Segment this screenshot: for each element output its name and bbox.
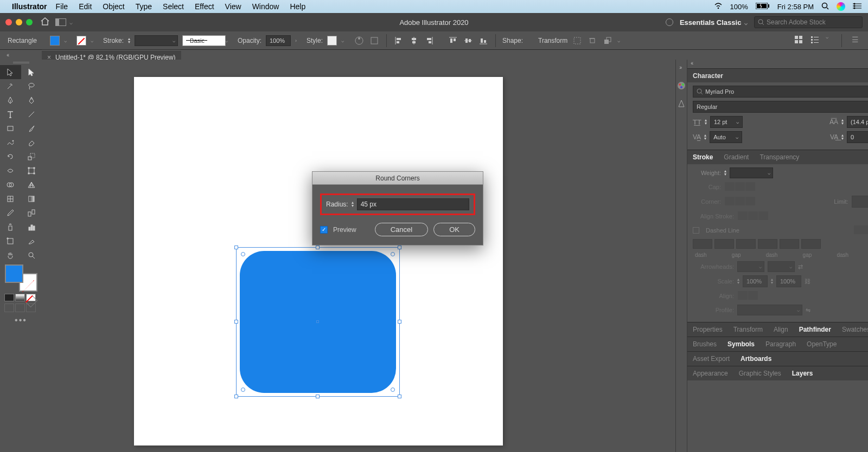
fill-stroke-control[interactable] bbox=[5, 264, 37, 292]
gradient-mode[interactable] bbox=[15, 294, 25, 301]
cap-buttons[interactable] bbox=[724, 182, 755, 192]
arrange-icon[interactable] bbox=[602, 35, 613, 46]
siri-icon[interactable] bbox=[837, 2, 845, 11]
perspective-tool[interactable] bbox=[21, 178, 42, 192]
panel-menu-icon[interactable]: ☰ bbox=[850, 34, 860, 45]
tab-stroke[interactable]: Stroke bbox=[687, 150, 718, 164]
listview-drop[interactable]: ⌵ bbox=[826, 34, 828, 47]
rotate-tool[interactable] bbox=[0, 150, 21, 164]
menu-file[interactable]: File bbox=[56, 2, 68, 11]
color-panel-icon[interactable] bbox=[676, 80, 687, 91]
eraser-tool[interactable] bbox=[21, 135, 42, 150]
gradient-tool[interactable] bbox=[21, 192, 42, 206]
app-name[interactable]: Illustrator bbox=[12, 2, 47, 11]
dash2[interactable] bbox=[736, 239, 756, 249]
pen-tool[interactable] bbox=[0, 93, 21, 107]
home-button[interactable] bbox=[40, 17, 50, 28]
width-tool[interactable] bbox=[0, 164, 21, 178]
brush-dropdown[interactable]: ⌵ bbox=[225, 38, 228, 43]
grid-icon[interactable] bbox=[793, 34, 804, 45]
align-bottom-icon[interactable] bbox=[478, 35, 489, 46]
tracking-stepper[interactable]: ▴▾ bbox=[841, 134, 844, 140]
hand-tool[interactable] bbox=[0, 248, 21, 262]
tab-brushes[interactable]: Brushes bbox=[687, 337, 722, 351]
leading-stepper[interactable]: ▴▾ bbox=[841, 119, 844, 125]
leading-field[interactable]: (14.4 pt)⌵ bbox=[847, 116, 868, 128]
arrow-align-buttons[interactable] bbox=[737, 290, 758, 301]
weight-stepper[interactable]: ▴▾ bbox=[724, 170, 726, 176]
blend-tool[interactable] bbox=[21, 206, 42, 220]
gap1[interactable] bbox=[714, 239, 734, 249]
weight-field[interactable]: ⌵ bbox=[730, 167, 773, 178]
tab-artboards[interactable]: Artboards bbox=[735, 352, 777, 366]
crop-icon[interactable] bbox=[587, 35, 598, 46]
stock-search[interactable]: Search Adobe Stock bbox=[754, 16, 863, 28]
flip-profile-icon[interactable]: ⇋ bbox=[806, 307, 810, 314]
align-vcenter-icon[interactable] bbox=[463, 35, 474, 46]
transform-label[interactable]: Transform bbox=[538, 37, 567, 44]
tab-swatches[interactable]: Swatches bbox=[837, 322, 868, 337]
arrow-end[interactable]: ⌵ bbox=[768, 261, 795, 272]
rectangle-tool[interactable] bbox=[0, 121, 21, 135]
panels-collapse[interactable]: ‹‹ bbox=[687, 60, 868, 68]
corner-widget-br[interactable] bbox=[391, 388, 395, 392]
align-stroke-buttons[interactable] bbox=[737, 211, 768, 222]
spotlight-icon[interactable] bbox=[821, 2, 829, 11]
slice-tool[interactable] bbox=[21, 234, 42, 248]
workspace-switcher[interactable]: Essentials Classic ⌵ bbox=[680, 18, 748, 27]
menu-object[interactable]: Object bbox=[103, 2, 124, 11]
handle-tm[interactable] bbox=[316, 246, 320, 249]
free-transform-tool[interactable] bbox=[21, 164, 42, 178]
symbol-sprayer-tool[interactable] bbox=[0, 220, 21, 234]
list-icon[interactable] bbox=[809, 34, 820, 45]
swap-arrows-icon[interactable]: ⇄ bbox=[798, 263, 803, 270]
minimize-window[interactable] bbox=[16, 19, 22, 25]
line-tool[interactable] bbox=[21, 107, 42, 121]
mesh-tool[interactable] bbox=[0, 192, 21, 206]
tab-transform[interactable]: Transform bbox=[728, 322, 768, 337]
tab-layers[interactable]: Layers bbox=[787, 366, 819, 380]
align-top-icon[interactable] bbox=[448, 35, 458, 46]
stroke-swatch[interactable] bbox=[76, 36, 86, 46]
draw-normal[interactable] bbox=[4, 304, 14, 312]
align-art-icon[interactable] bbox=[369, 35, 380, 46]
none-mode[interactable] bbox=[26, 294, 36, 301]
tab-graphic-styles[interactable]: Graphic Styles bbox=[733, 366, 787, 380]
tab-symbols[interactable]: Symbols bbox=[722, 337, 760, 351]
expand-left-icon[interactable]: ‹‹ bbox=[7, 51, 8, 58]
align-left-icon[interactable] bbox=[393, 35, 404, 46]
stroke-dropdown[interactable]: ⌵ bbox=[91, 38, 93, 43]
corner-buttons[interactable] bbox=[724, 196, 755, 207]
menu-help[interactable]: Help bbox=[290, 2, 305, 11]
opacity-dropdown[interactable]: › bbox=[295, 38, 297, 43]
column-graph-tool[interactable] bbox=[21, 220, 42, 234]
radius-stepper[interactable]: ▴▾ bbox=[352, 201, 354, 208]
corner-widget-bl[interactable] bbox=[241, 388, 245, 392]
paintbrush-tool[interactable] bbox=[21, 121, 42, 135]
profile-field[interactable]: ⌵ bbox=[737, 305, 802, 315]
toolbar-grip[interactable] bbox=[0, 60, 42, 65]
control-center-icon[interactable] bbox=[853, 3, 861, 11]
corner-widget-tl[interactable] bbox=[241, 252, 245, 256]
handle-tl[interactable] bbox=[234, 246, 238, 249]
menu-window[interactable]: Window bbox=[252, 2, 279, 11]
arrow-scale1[interactable]: 100% bbox=[743, 275, 768, 287]
handle-bl[interactable] bbox=[234, 395, 238, 398]
cancel-button[interactable]: Cancel bbox=[375, 223, 428, 236]
draw-behind[interactable] bbox=[15, 304, 25, 312]
menu-view[interactable]: View bbox=[225, 2, 241, 11]
dash3[interactable] bbox=[780, 239, 799, 249]
zoom-tool[interactable] bbox=[21, 248, 42, 262]
menu-edit[interactable]: Edit bbox=[79, 2, 92, 11]
font-size-field[interactable]: 12 pt⌵ bbox=[710, 116, 743, 128]
gap3[interactable] bbox=[801, 239, 821, 249]
gap2[interactable] bbox=[758, 239, 777, 249]
fill-color-box[interactable] bbox=[5, 264, 23, 283]
arrange-documents[interactable]: ⌵ bbox=[55, 18, 73, 26]
dash1[interactable] bbox=[693, 239, 712, 249]
character-panel-header[interactable]: Character ≡ bbox=[687, 68, 868, 82]
opacity-field[interactable] bbox=[266, 35, 291, 46]
lasso-tool[interactable] bbox=[21, 79, 42, 93]
artboard-tool[interactable] bbox=[0, 234, 21, 248]
corner-widget-tr[interactable] bbox=[391, 252, 395, 256]
